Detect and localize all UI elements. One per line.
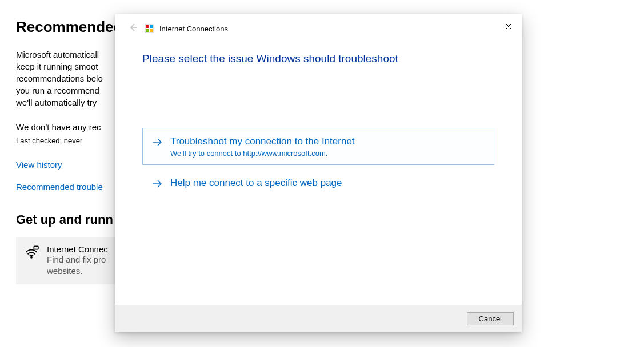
arrow-right-icon — [152, 137, 162, 147]
option-title: Help me connect to a specific web page — [170, 177, 342, 189]
option-troubleshoot-internet[interactable]: Troubleshoot my connection to the Intern… — [142, 128, 494, 165]
arrow-left-icon — [129, 23, 138, 34]
dialog-body: Please select the issue Windows should t… — [115, 39, 522, 305]
svg-rect-6 — [146, 25, 149, 28]
tile-description: Find and fix pro websites. — [47, 254, 108, 277]
svg-rect-8 — [146, 29, 149, 32]
close-button[interactable] — [497, 18, 520, 35]
back-button[interactable] — [127, 23, 139, 34]
arrow-right-icon — [152, 179, 162, 189]
troubleshooter-icon — [145, 24, 154, 33]
tile-title: Internet Connec — [47, 244, 108, 254]
dialog-title: Please select the issue Windows should t… — [142, 53, 494, 65]
option-description: We'll try to connect to http://www.micro… — [170, 149, 355, 158]
svg-rect-9 — [150, 29, 153, 32]
option-specific-webpage[interactable]: Help me connect to a specific web page — [142, 170, 494, 197]
close-icon — [505, 22, 512, 32]
dialog-footer: Cancel — [115, 305, 522, 332]
option-texts: Help me connect to a specific web page — [170, 177, 342, 189]
svg-rect-1 — [34, 246, 38, 249]
svg-rect-7 — [150, 25, 153, 28]
option-title: Troubleshoot my connection to the Intern… — [170, 135, 355, 148]
cancel-button[interactable]: Cancel — [467, 312, 514, 325]
breadcrumb-label: Internet Connections — [159, 25, 228, 33]
wifi-icon — [24, 244, 39, 259]
breadcrumb-row: Internet Connections — [115, 14, 522, 39]
troubleshooter-dialog: Internet Connections Please select the i… — [115, 14, 522, 332]
tile-text-block: Internet Connec Find and fix pro website… — [47, 244, 108, 277]
option-texts: Troubleshoot my connection to the Intern… — [170, 135, 355, 158]
svg-point-0 — [31, 257, 32, 258]
